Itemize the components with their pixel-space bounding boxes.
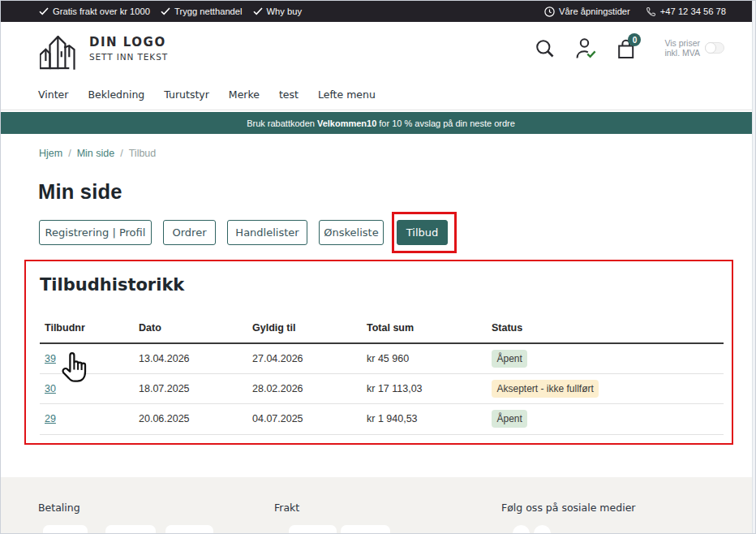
site-header: DIN LOGO SETT INN TEKST 0 bbox=[1, 22, 752, 79]
logo[interactable]: DIN LOGO SETT INN TEKST bbox=[36, 31, 168, 71]
clock-icon bbox=[544, 6, 555, 17]
social-link[interactable] bbox=[534, 525, 551, 534]
nav-item-bekledning[interactable]: Bekledning bbox=[88, 88, 144, 101]
nav-item-test[interactable]: test bbox=[279, 88, 299, 101]
offer-link-30[interactable]: 30 bbox=[45, 383, 56, 394]
tab-tilbud[interactable]: Tilbud bbox=[397, 220, 448, 245]
logo-subtitle: SETT INN TEKST bbox=[89, 52, 168, 62]
account-tabs: Registrering | Profil Ordrer Handleliste… bbox=[39, 220, 752, 245]
phone-icon bbox=[646, 6, 656, 17]
logo-text: DIN LOGO SETT INN TEKST bbox=[89, 35, 168, 62]
topbar-usp-safe-shopping: Trygg netthandel bbox=[161, 6, 243, 16]
cell-total-sum: kr 1 940,53 bbox=[362, 413, 487, 424]
shipping-method-placeholder bbox=[289, 525, 337, 534]
breadcrumb-hjem[interactable]: Hjem bbox=[39, 148, 62, 159]
footer: Betaling Frakt Følg oss på sosiale medie… bbox=[1, 477, 752, 534]
nav-item-vinter[interactable]: Vinter bbox=[38, 88, 68, 101]
table-row: 29 20.06.2025 04.07.2025 kr 1 940,53 Åpe… bbox=[40, 404, 724, 434]
offers-table: Tilbudnr Dato Gyldig til Total sum Statu… bbox=[40, 322, 724, 435]
nav-item-lefte-menu[interactable]: Lefte menu bbox=[318, 88, 376, 101]
check-icon bbox=[253, 7, 263, 15]
cell-status: Åpent bbox=[487, 350, 724, 368]
breadcrumb: Hjem / Min side / Tilbud bbox=[39, 148, 752, 159]
check-icon bbox=[161, 7, 170, 15]
promo-banner: Bruk rabattkoden Velkommen10 for 10 % av… bbox=[1, 112, 752, 134]
cell-tilbudnr: 39 bbox=[40, 353, 134, 364]
cart-button[interactable]: 0 bbox=[617, 39, 638, 60]
cell-dato: 13.04.2026 bbox=[134, 353, 247, 364]
tab-ordrer[interactable]: Ordrer bbox=[163, 220, 216, 245]
search-button[interactable] bbox=[535, 39, 554, 58]
cell-dato: 20.06.2025 bbox=[134, 413, 247, 424]
topbar-usp-why-buy[interactable]: Why buy bbox=[253, 6, 303, 16]
nav-item-turutstyr[interactable]: Turutstyr bbox=[164, 88, 209, 101]
shipping-method-placeholder bbox=[341, 525, 390, 534]
table-header-row: Tilbudnr Dato Gyldig til Total sum Statu… bbox=[40, 322, 724, 344]
social-link[interactable] bbox=[513, 525, 530, 534]
phone-number[interactable]: +47 12 34 56 78 bbox=[646, 6, 726, 17]
browser-viewport: Gratis frakt over kr 1000 Trygg netthand… bbox=[0, 0, 756, 534]
topbar-usp-group: Gratis frakt over kr 1000 Trygg netthand… bbox=[39, 6, 302, 16]
footer-items-row bbox=[38, 525, 274, 534]
vat-toggle-label: Vis priser inkl. MVA bbox=[664, 38, 700, 58]
tab-registrering-profil[interactable]: Registrering | Profil bbox=[39, 220, 152, 245]
vat-toggle-knob bbox=[705, 42, 716, 54]
logo-title: DIN LOGO bbox=[89, 35, 168, 50]
header-icons: 0 Vis priser inkl. MVA bbox=[529, 36, 724, 60]
vat-toggle-group: Vis priser inkl. MVA bbox=[664, 38, 724, 58]
account-icon[interactable] bbox=[576, 37, 597, 59]
vat-toggle[interactable] bbox=[705, 42, 724, 54]
topbar-usp-free-shipping: Gratis frakt over kr 1000 bbox=[39, 6, 150, 16]
cell-gyldig-til: 04.07.2025 bbox=[247, 413, 362, 424]
footer-items-row bbox=[501, 525, 752, 534]
cell-status: Åpent bbox=[487, 410, 724, 428]
breadcrumb-min-side[interactable]: Min side bbox=[77, 148, 115, 159]
column-header-status: Status bbox=[487, 322, 724, 342]
footer-heading-social: Følg oss på sosiale medier bbox=[501, 502, 752, 514]
cell-total-sum: kr 17 113,03 bbox=[362, 383, 487, 394]
promo-code: Velkommen10 bbox=[317, 118, 376, 128]
opening-hours[interactable]: Våre åpningstider bbox=[544, 6, 630, 17]
cart-count-badge: 0 bbox=[628, 33, 641, 46]
search-icon[interactable] bbox=[535, 39, 554, 58]
nav-item-merke[interactable]: Merke bbox=[229, 88, 260, 101]
scrollbar[interactable] bbox=[752, 1, 755, 533]
table-row: 30 18.07.2025 28.02.2026 kr 17 113,03 Ak… bbox=[40, 374, 724, 404]
tab-onskeliste[interactable]: Ønskeliste bbox=[319, 220, 384, 245]
tab-handlelister[interactable]: Handlelister bbox=[227, 220, 307, 245]
payment-method-placeholder bbox=[165, 525, 213, 534]
payment-method-placeholder bbox=[105, 525, 156, 534]
page-content: Gratis frakt over kr 1000 Trygg netthand… bbox=[1, 1, 752, 435]
offer-link-39[interactable]: 39 bbox=[45, 353, 56, 364]
offer-link-29[interactable]: 29 bbox=[45, 413, 56, 424]
opening-hours-label: Våre åpningstider bbox=[559, 6, 630, 16]
column-header-gyldig-til: Gyldig til bbox=[247, 322, 362, 342]
status-badge: Åpent bbox=[492, 410, 527, 428]
topbar-usp-label: Why buy bbox=[267, 6, 303, 16]
account-button[interactable] bbox=[576, 37, 597, 59]
column-header-total-sum: Total sum bbox=[362, 322, 487, 342]
cell-dato: 18.07.2025 bbox=[134, 383, 247, 394]
footer-heading-betaling: Betaling bbox=[38, 502, 274, 514]
topbar: Gratis frakt over kr 1000 Trygg netthand… bbox=[1, 1, 752, 22]
vat-label-line2: inkl. MVA bbox=[664, 48, 700, 58]
promo-text-prefix: Bruk rabattkoden bbox=[247, 118, 315, 128]
breadcrumb-tilbud: Tilbud bbox=[129, 148, 157, 159]
cell-gyldig-til: 28.02.2026 bbox=[247, 383, 362, 394]
column-header-dato: Dato bbox=[134, 322, 247, 342]
cell-tilbudnr: 30 bbox=[40, 383, 134, 394]
status-badge: Akseptert - ikke fullført bbox=[492, 380, 599, 398]
cell-gyldig-til: 27.04.2026 bbox=[247, 353, 362, 364]
topbar-usp-label: Gratis frakt over kr 1000 bbox=[53, 6, 150, 16]
cell-status: Akseptert - ikke fullført bbox=[487, 380, 724, 398]
vat-label-line1: Vis priser bbox=[664, 38, 700, 48]
cell-total-sum: kr 45 960 bbox=[362, 353, 487, 364]
page-title: Min side bbox=[38, 180, 752, 204]
table-row: 39 13.04.2026 27.04.2026 kr 45 960 Åpent bbox=[40, 344, 724, 374]
promo-text-suffix: for 10 % avslag på din neste ordre bbox=[379, 118, 515, 128]
footer-column-social: Følg oss på sosiale medier bbox=[501, 502, 752, 534]
section-title: Tilbudhistorikk bbox=[40, 274, 752, 295]
footer-heading-frakt: Frakt bbox=[274, 502, 501, 514]
phone-number-label: +47 12 34 56 78 bbox=[660, 6, 726, 16]
topbar-usp-label: Trygg netthandel bbox=[174, 6, 243, 16]
